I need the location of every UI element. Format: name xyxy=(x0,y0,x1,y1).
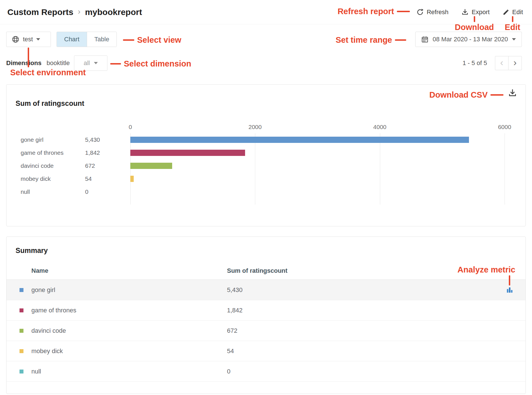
chart-row: gone girl5,430 xyxy=(7,133,505,146)
row-name: mobey dick xyxy=(31,341,63,361)
chart-row: null0 xyxy=(7,185,505,198)
refresh-label: Refresh xyxy=(427,8,448,16)
axis-tick-label: 4000 xyxy=(373,124,386,130)
annotation-download: Download xyxy=(455,23,494,32)
dimensions-label: Dimensions xyxy=(6,59,42,67)
date-range-value: 08 Mar 2020 - 13 Mar 2020 xyxy=(432,36,508,43)
chart-value-label: 672 xyxy=(85,159,119,172)
annotation-line xyxy=(474,16,475,22)
pagination-range: 1 - 5 of 5 xyxy=(462,59,487,67)
annotation-set-time-range: Set time range xyxy=(336,35,406,45)
refresh-icon xyxy=(416,8,424,16)
row-name: gone girl xyxy=(31,280,55,300)
breadcrumb-section[interactable]: Custom Reports xyxy=(7,7,73,17)
series-color-swatch xyxy=(20,308,23,312)
chart-value-label: 1,842 xyxy=(85,146,119,159)
chart-title: Sum of ratingscount xyxy=(16,99,84,108)
chevron-left-icon: ‹ xyxy=(500,57,503,67)
pencil-icon xyxy=(503,9,509,16)
series-color-swatch xyxy=(20,349,23,353)
series-color-swatch xyxy=(20,288,23,292)
annotation-line xyxy=(509,275,510,285)
bar-area xyxy=(130,189,505,195)
annotation-analyze-metric: Analyze metric xyxy=(457,265,515,274)
environment-selector[interactable]: test xyxy=(6,32,51,47)
view-toggle: Chart Table xyxy=(57,32,117,47)
annotation-edit: Edit xyxy=(505,23,520,32)
annotation-select-environment: Select environment xyxy=(10,68,86,77)
export-label: Export xyxy=(472,8,490,16)
row-name: game of thrones xyxy=(31,300,76,321)
summary-card: Summary Name Sum of ratingscount Analyze… xyxy=(6,237,526,394)
chart-category-label: game of thrones xyxy=(21,146,80,159)
column-header-value: Sum of ratingscount xyxy=(227,262,287,280)
chart-bar[interactable] xyxy=(130,176,134,182)
next-page-button[interactable]: › xyxy=(508,56,522,70)
download-csv-button[interactable] xyxy=(508,89,517,99)
dimension-name: booktitle xyxy=(47,59,70,67)
chart-bar[interactable] xyxy=(130,163,172,169)
pagination: 1 - 5 of 5 ‹ › xyxy=(462,56,522,70)
annotation-text: Select dimension xyxy=(124,59,191,68)
download-icon xyxy=(461,8,469,16)
row-value: 672 xyxy=(227,321,237,341)
annotation-refresh-report: Refresh report xyxy=(338,7,410,16)
row-name: davinci code xyxy=(31,321,66,341)
chart-card: Sum of ratingscount Download CSV 0200040… xyxy=(6,84,526,226)
annotation-text: Refresh report xyxy=(338,7,394,16)
annotation-select-dimension: Select dimension xyxy=(110,59,191,68)
tab-chart[interactable]: Chart xyxy=(57,32,87,47)
bar-area xyxy=(130,150,505,156)
chart-value-label: 54 xyxy=(85,172,119,185)
caret-down-icon xyxy=(94,62,98,64)
annotation-line xyxy=(395,39,406,41)
annotation-text: Set time range xyxy=(336,35,392,45)
chart-row: mobey dick54 xyxy=(7,172,505,185)
chart-rows: gone girl5,430game of thrones1,842davinc… xyxy=(7,133,505,198)
tab-table[interactable]: Table xyxy=(87,32,117,47)
axis-tick-label: 6000 xyxy=(498,124,511,130)
row-value: 54 xyxy=(227,341,234,361)
custom-reports-page: Custom Reports › mybookreport Refresh Ex… xyxy=(0,0,532,395)
analyze-metric-button[interactable] xyxy=(506,286,514,295)
previous-page-button[interactable]: ‹ xyxy=(495,56,509,70)
series-color-swatch xyxy=(20,329,23,333)
table-row: null0 xyxy=(7,361,525,382)
export-button[interactable]: Export xyxy=(461,8,490,16)
gridline xyxy=(505,133,505,205)
bar-area xyxy=(130,137,505,143)
pagination-buttons: ‹ › xyxy=(495,56,522,70)
annotation-line xyxy=(490,94,503,96)
annotation-line xyxy=(110,63,121,65)
column-header-name: Name xyxy=(31,262,48,280)
analyze-metric-icon xyxy=(506,286,514,294)
chart-category-label: mobey dick xyxy=(21,172,80,185)
annotation-download-csv: Download CSV xyxy=(429,90,503,100)
edit-button[interactable]: Edit xyxy=(503,8,523,16)
table-row: davinci code672 xyxy=(7,321,525,341)
refresh-button[interactable]: Refresh xyxy=(416,8,448,16)
globe-icon xyxy=(12,35,20,43)
annotation-line xyxy=(512,16,513,22)
edit-label: Edit xyxy=(512,8,523,16)
download-icon xyxy=(508,89,517,98)
axis-tick-label: 0 xyxy=(129,124,132,130)
row-value: 5,430 xyxy=(227,280,243,300)
chart-bar[interactable] xyxy=(130,137,469,143)
table-row: gone girl5,430 xyxy=(7,280,525,300)
bar-area xyxy=(130,176,505,182)
caret-down-icon xyxy=(512,38,516,40)
chart-bar[interactable] xyxy=(130,150,245,156)
breadcrumb-separator-icon: › xyxy=(78,7,80,16)
table-row: game of thrones1,842 xyxy=(7,300,525,321)
chevron-right-icon: › xyxy=(513,57,516,67)
series-color-swatch xyxy=(20,370,23,373)
environment-value: test xyxy=(23,36,33,43)
date-range-picker[interactable]: 08 Mar 2020 - 13 Mar 2020 xyxy=(415,32,522,47)
row-value: 0 xyxy=(227,361,230,382)
summary-table-body: gone girl5,430game of thrones1,842davinc… xyxy=(7,280,525,382)
breadcrumb-current: mybookreport xyxy=(85,7,142,17)
annotation-text: Select view xyxy=(137,35,181,45)
caret-down-icon xyxy=(36,38,40,40)
table-row: mobey dick54 xyxy=(7,341,525,361)
